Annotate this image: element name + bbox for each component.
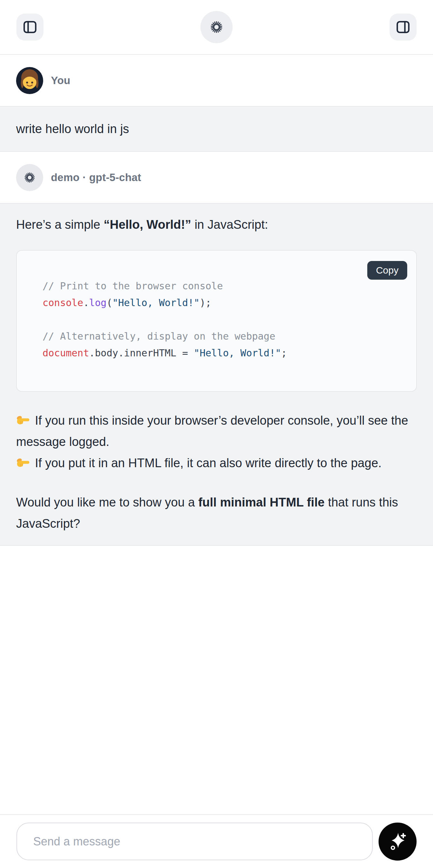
user-name-label: You [51, 74, 70, 87]
top-bar [0, 0, 433, 55]
code-content: // Print to the browser consoleconsole.l… [17, 251, 416, 391]
code-line: document.body.innerHTML = "Hello, World!… [42, 345, 403, 362]
code-line: console.log("Hello, World!"); [42, 294, 403, 311]
right-panel-toggle-button[interactable] [390, 13, 416, 40]
code-line [42, 311, 403, 328]
code-line: // Alternatively, display on the webpage [42, 328, 403, 345]
starburst-avatar-icon [23, 171, 36, 184]
composer-bar [0, 814, 433, 868]
send-button[interactable] [378, 823, 416, 861]
copy-button[interactable]: Copy [367, 261, 407, 280]
user-avatar [16, 67, 43, 94]
assistant-message-header: demo · gpt-5-chat [0, 152, 433, 203]
point-right-icon [16, 454, 30, 467]
message-input[interactable] [17, 823, 373, 860]
code-block: Copy // Print to the browser consolecons… [16, 250, 417, 392]
chat-app: You write hello world in js demo · gpt-5… [0, 0, 433, 868]
assistant-avatar [16, 164, 43, 191]
person-emoji-icon [16, 67, 43, 94]
user-message-body: write hello world in js [0, 106, 433, 152]
assistant-intro-text: Here’s a simple “Hello, World!” in JavaS… [16, 214, 417, 235]
user-message-header: You [0, 55, 433, 106]
conversation: You write hello world in js demo · gpt-5… [0, 55, 433, 814]
code-line: // Print to the browser console [42, 278, 403, 294]
assistant-tips-paragraph: If you run this inside your browser’s de… [16, 410, 417, 474]
assistant-model-label: demo · gpt-5-chat [51, 172, 141, 184]
user-message-text: write hello world in js [16, 122, 129, 136]
empty-scroll-area [0, 546, 433, 814]
assistant-message-body: Here’s a simple “Hello, World!” in JavaS… [0, 203, 433, 546]
assistant-question-paragraph: Would you like me to show you a full min… [16, 492, 417, 534]
starburst-spinner-icon [209, 20, 224, 34]
panel-left-icon [23, 20, 37, 34]
spinner-button[interactable] [200, 11, 233, 43]
sidebar-toggle-button[interactable] [17, 13, 43, 40]
point-right-icon [16, 412, 30, 425]
panel-right-icon [396, 20, 410, 34]
sparkle-icon [387, 831, 408, 852]
